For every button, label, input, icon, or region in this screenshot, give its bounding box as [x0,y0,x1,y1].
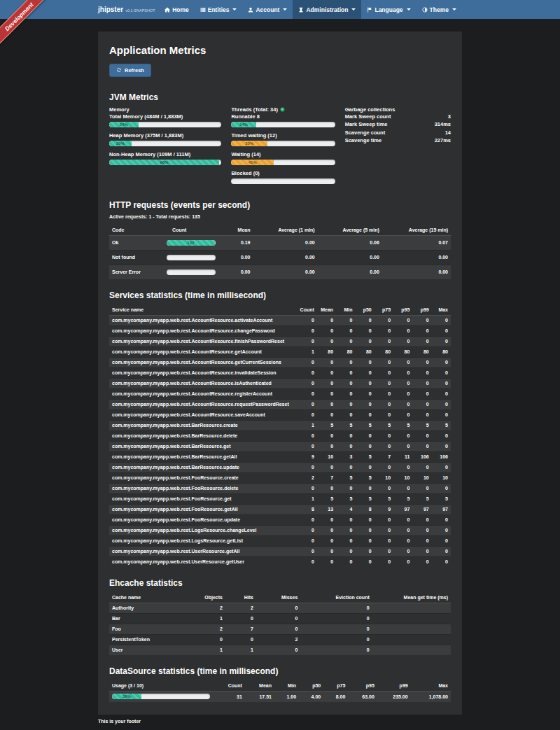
threads-heading: Threads (Total: 34) [231,106,335,113]
value-cell: 1.00 [274,691,299,702]
row-name-cell: com.mycompany.myapp.web.rest.FooResource… [109,504,298,514]
http-table-row: Server Error0.000.000.000.00 [109,265,451,279]
table-row: Foo2700 [109,624,451,634]
value-cell: 0 [317,325,336,336]
row-name-cell: com.mycompany.myapp.web.rest.AccountReso… [109,325,298,336]
value-cell: 0 [374,535,393,546]
refresh-button[interactable]: Refresh [109,64,151,77]
progress-fill: 24% [231,122,256,127]
value-cell: 0 [393,546,412,556]
http-avg5-cell: 0.00 [318,265,382,279]
progress-track [167,269,216,275]
value-cell: 80 [355,346,374,357]
nav-item-entities[interactable]: Entities [195,0,243,19]
value-cell: 0 [374,556,393,567]
column-header: p75 [323,680,348,692]
row-name-cell: com.mycompany.myapp.web.rest.AccountReso… [109,336,298,346]
nav-item-language[interactable]: Language [361,0,416,19]
value-cell: 0 [336,441,355,451]
value-cell: 17.51 [245,691,274,702]
value-cell: 0 [298,535,317,546]
ehcache-statistics-table: Cache nameObjectsHitsMissesEviction coun… [109,592,451,655]
page-title: Application Metrics [109,44,451,56]
metric-label: Non-Heap Memory (109M / 111M) [109,151,221,157]
chevron-down-icon [407,8,411,10]
nav-item-theme[interactable]: Theme [416,0,462,19]
value-cell: 0 [393,483,412,493]
value-cell: 0 [355,525,374,535]
jvm-metrics-grid: Memory Total Memory (484M / 1,883M)26%He… [109,106,451,189]
value-cell: 106 [432,451,451,462]
brand-version: v0.1-SNAPSHOT [125,8,155,13]
nav-item-administration[interactable]: Administration [293,0,361,19]
nav-item-account[interactable]: Account [242,0,293,19]
value-cell: 0 [355,462,374,472]
value-cell: 0 [374,357,393,367]
gc-value: 227ms [435,137,451,143]
nav-item-home[interactable]: Home [159,0,195,19]
value-cell: 0 [412,430,431,441]
value-cell: 0 [355,388,374,399]
column-header: Average (5 min) [318,225,382,236]
value-cell: 0 [317,556,336,567]
value-cell: 80 [336,346,355,357]
value-cell: 10 [317,451,336,462]
row-name-cell: com.mycompany.myapp.web.rest.BarResource… [109,451,298,462]
services-table-header: Service nameCountMeanMinp50p75p95p99Max [109,304,451,316]
http-avg5-cell: 0.00 [318,250,382,265]
value-cell: 0 [432,430,451,441]
progress-track: 20% [109,141,221,146]
value-cell: 0 [298,525,317,535]
value-cell: 0 [432,378,451,388]
value-cell: 0 [317,399,336,409]
value-cell: 0 [256,645,300,655]
brand-name: jhipster [98,6,123,13]
value-cell: 10 [374,472,393,483]
value-cell: 10 [393,472,412,483]
progress-fill: 35% [231,141,267,146]
ehcache-table-header: Cache nameObjectsHitsMissesEviction coun… [109,592,451,603]
value-cell: 2 [298,472,317,483]
column-header: Max [411,680,451,692]
services-heading: Services statistics (time in millisecond… [109,290,451,300]
entities-icon [200,7,206,13]
value-cell: 0 [298,483,317,493]
progress-track [231,178,335,184]
value-cell: 0 [432,336,451,346]
column-header: Mean get time (ms) [372,592,451,603]
http-avg1-cell: 0.00 [253,235,318,250]
value-cell: 0 [298,367,317,378]
column-header: p50 [355,304,374,316]
table-row: com.mycompany.myapp.web.rest.FooResource… [109,483,451,493]
http-avg5-cell: 0.06 [318,235,382,250]
table-row: com.mycompany.myapp.web.rest.BarResource… [109,420,451,430]
value-cell: 0 [393,535,412,546]
gc-column: Garbage collections Mark Sweep count3Mar… [345,106,451,189]
row-name-cell: com.mycompany.myapp.web.rest.AccountReso… [109,357,298,367]
brand-link[interactable]: jhipster v0.1-SNAPSHOT [98,6,155,13]
column-header: p50 [299,680,323,692]
value-cell: 4.00 [299,691,323,702]
value-cell: 0 [412,388,431,399]
value-cell: 0 [432,483,451,493]
value-cell: 0 [317,483,336,493]
metric: Runnable 824% [231,113,335,127]
value-cell: 1 [298,420,317,430]
value-cell: 2 [256,634,300,645]
progress-track: 98% [109,160,221,165]
chevron-down-icon [351,8,356,10]
table-row: com.mycompany.myapp.web.rest.BarResource… [109,430,451,441]
value-cell: 8 [355,504,374,514]
row-name-cell: com.mycompany.myapp.web.rest.BarResource… [109,441,298,451]
value-cell: 0 [412,514,431,525]
column-header: p95 [393,304,412,316]
column-header: Mean [245,680,274,692]
gc-value: 314ms [435,121,451,127]
value-cell: 0 [355,556,374,567]
nav-item-label: Administration [306,6,348,13]
jvm-heading: JVM Metrics [109,92,451,102]
value-cell: 0 [432,367,451,378]
row-name-cell: com.mycompany.myapp.web.rest.AccountReso… [109,388,298,399]
table-row: com.mycompany.myapp.web.rest.FooResource… [109,514,451,525]
threads-column: Threads (Total: 34) Runnable 824%Timed w… [231,106,335,189]
